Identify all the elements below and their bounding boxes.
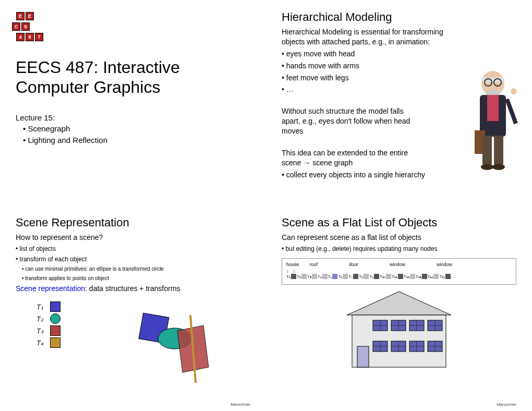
svg-marker-18 [347, 292, 451, 315]
bullet: • eyes move with head [282, 49, 459, 59]
svg-rect-6 [487, 95, 499, 121]
bullet: • list of objects [16, 245, 250, 253]
intro: Can represent scene as a flat list of ob… [282, 233, 516, 243]
professor-character-image [464, 63, 522, 177]
bullet: • transform of each object [16, 255, 250, 263]
slide-hierarchical: Hierarchical Modeling Hierarchical Model… [266, 0, 532, 206]
para: Without such structure the model falls a… [282, 106, 417, 136]
sub-bullet: • but editing (e.g., delete) requires up… [282, 245, 516, 253]
course-logo: EE CS 487 [16, 10, 44, 42]
svg-point-11 [492, 164, 505, 170]
transformed-shapes-diagram [130, 310, 224, 388]
slide-heading: Scene as a Flat List of Objects [282, 216, 516, 229]
bullet: • … [282, 84, 459, 94]
svg-rect-9 [494, 136, 503, 164]
bullet: • feet move with legs [282, 73, 459, 83]
svg-rect-20 [357, 346, 369, 367]
house-diagram [342, 289, 456, 372]
slide-scene-rep: Scene Representation How to represent a … [0, 206, 266, 411]
definition-line: Scene representation: data structures + … [16, 284, 250, 294]
svg-point-10 [481, 164, 493, 170]
para: This idea can be extended to the entire … [282, 148, 428, 168]
circle-icon [50, 313, 61, 324]
square-icon [50, 301, 61, 312]
sub-bullet: • can use minimal primitives: an ellipse… [22, 265, 250, 273]
sub-bullet: • transform applies to points on object [22, 275, 250, 282]
sub-bullet: • collect every objects into a single hi… [282, 170, 459, 180]
svg-point-13 [511, 88, 517, 94]
course-title: EECS 487: Interactive Computer Graphics [16, 57, 250, 98]
attribution: Marschner [231, 402, 250, 407]
attribution: Marschner [497, 402, 516, 407]
slide-title: EE CS 487 EECS 487: Interactive Computer… [0, 0, 266, 206]
lecture-number: Lecture 15: [16, 113, 250, 122]
flat-list-diagram: house roof door window window ↓ ↓ T₁ T₂ … [282, 258, 516, 285]
square-red-icon [50, 325, 61, 336]
svg-rect-12 [505, 99, 518, 125]
slide-heading: Scene Representation [16, 216, 250, 229]
square-gold-icon [50, 337, 61, 348]
slide-flat-list: Scene as a Flat List of Objects Can repr… [266, 206, 532, 411]
topic-bullet: • Scenegraph [23, 123, 250, 135]
slide-heading: Hierarchical Modeling [282, 10, 516, 24]
intro-text: Hierarchical Modeling is essential for t… [282, 27, 459, 47]
question: How to represent a scene? [16, 233, 250, 243]
bullet: • hands move with arms [282, 61, 459, 71]
svg-rect-8 [482, 136, 492, 164]
topic-bullet: • Lighting and Reflection [23, 135, 250, 147]
